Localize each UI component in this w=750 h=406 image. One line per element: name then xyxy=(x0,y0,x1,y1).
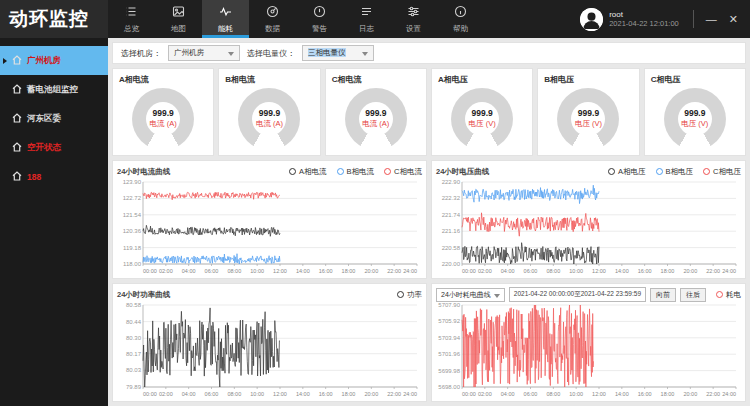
svg-text:121.54: 121.54 xyxy=(123,212,142,218)
chart-grid: 24小时电流曲线 A相电流B相电流C相电流 123.90122.72121.54… xyxy=(112,160,746,402)
svg-text:20:00: 20:00 xyxy=(364,268,378,274)
gauge-dial: 999.9 电压 (V) xyxy=(664,88,726,150)
user-account[interactable]: root 2021-04-22 12:01:00 xyxy=(580,0,689,38)
legend-item[interactable]: A相电压 xyxy=(608,167,646,177)
chart-legend: 功率 xyxy=(397,290,422,300)
gauge-card-phase-c-voltage: C相电压 999.9 电压 (V) xyxy=(644,68,746,156)
svg-text:16:00: 16:00 xyxy=(319,391,333,397)
svg-text:08:00: 08:00 xyxy=(227,268,241,274)
svg-text:24:00: 24:00 xyxy=(403,268,417,274)
legend-marker-icon xyxy=(608,168,615,175)
gauge-row: A相电流 999.9 电流 (A) B相电流 999.9 电流 (A) xyxy=(112,68,746,156)
svg-text:80.30: 80.30 xyxy=(126,335,142,341)
chart-plot-area: 222.90222.32221.74221.16220.58220.0000:0… xyxy=(436,179,741,275)
series-line xyxy=(462,185,599,203)
nav-item-energy[interactable]: 能耗 xyxy=(202,0,249,38)
svg-text:00:00: 00:00 xyxy=(143,391,157,397)
nav-item-alerts[interactable]: 警告 xyxy=(296,0,343,38)
chart-card-voltage: 24小时电压曲线 A相电压B相电压C相电压 222.90222.32221.74… xyxy=(431,160,746,279)
chart-canvas: 123.90122.72121.54120.36119.18118.0000:0… xyxy=(117,179,422,275)
svg-text:20:00: 20:00 xyxy=(364,391,378,397)
chart-canvas: 222.90222.32221.74221.16220.58220.0000:0… xyxy=(436,179,741,275)
chart-title: 24小时电流曲线 xyxy=(117,167,170,177)
svg-text:18:00: 18:00 xyxy=(342,391,356,397)
nav-item-logs[interactable]: 日志 xyxy=(343,0,390,38)
next-button[interactable]: 往后 xyxy=(680,288,706,302)
svg-text:119.18: 119.18 xyxy=(123,245,142,251)
svg-text:18:00: 18:00 xyxy=(342,268,356,274)
minimize-button[interactable]: — xyxy=(706,14,717,25)
home-icon xyxy=(12,84,22,96)
svg-text:222.90: 222.90 xyxy=(442,179,461,185)
legend-item[interactable]: C相电流 xyxy=(384,167,422,177)
room-select-label: 选择机房： xyxy=(121,48,161,59)
prev-button[interactable]: 向前 xyxy=(650,288,676,302)
sidebar-item-battery-monitor[interactable]: 蓄电池组监控 xyxy=(0,75,108,104)
log-icon xyxy=(360,4,373,22)
app-window: 动环监控 总览 地图 能耗 数据 警告 xyxy=(0,0,750,406)
svg-text:10:00: 10:00 xyxy=(569,391,583,397)
legend-item[interactable]: B相电流 xyxy=(337,167,375,177)
legend-marker-icon xyxy=(716,291,723,298)
gauge-dial: 999.9 电流 (A) xyxy=(238,88,300,150)
svg-text:12:00: 12:00 xyxy=(592,268,606,274)
chart-plot-area: 80.5880.4480.3080.1780.0379.8900:0002:00… xyxy=(117,302,422,398)
gauge-unit: 电压 (V) xyxy=(557,119,619,129)
legend-item[interactable]: C相电压 xyxy=(703,167,741,177)
settings-sliders-icon xyxy=(407,4,420,22)
svg-text:5699.98: 5699.98 xyxy=(438,368,460,374)
sidebar-item-188[interactable]: 188 xyxy=(0,162,108,191)
legend-marker-icon xyxy=(289,168,296,175)
user-avatar-icon xyxy=(580,8,603,31)
window-controls-divider xyxy=(693,10,694,28)
date-range-input[interactable]: 2021-04-22 00:00:00至2021-04-22 23:59:59 xyxy=(509,287,646,302)
svg-text:79.89: 79.89 xyxy=(126,384,142,390)
svg-text:20:00: 20:00 xyxy=(683,268,697,274)
svg-text:06:00: 06:00 xyxy=(205,391,219,397)
alert-icon xyxy=(313,4,326,22)
nav-item-help[interactable]: 帮助 xyxy=(437,0,484,38)
sidebar-item-hedong-district[interactable]: 河东区委 xyxy=(0,104,108,133)
series-line xyxy=(143,225,280,236)
legend-marker-icon xyxy=(703,168,710,175)
legend-item[interactable]: 耗电 xyxy=(716,290,741,300)
svg-text:16:00: 16:00 xyxy=(638,268,652,274)
nav-item-data[interactable]: 数据 xyxy=(249,0,296,38)
svg-text:22:00: 22:00 xyxy=(387,268,401,274)
svg-text:5703.94: 5703.94 xyxy=(438,335,460,341)
chart-card-current: 24小时电流曲线 A相电流B相电流C相电流 123.90122.72121.54… xyxy=(112,160,427,279)
svg-text:08:00: 08:00 xyxy=(546,268,560,274)
svg-text:10:00: 10:00 xyxy=(250,268,264,274)
svg-text:120.36: 120.36 xyxy=(123,228,142,234)
gauge-card-phase-b-current: B相电流 999.9 电流 (A) xyxy=(218,68,320,156)
sidebar-item-guangzhou-room[interactable]: 广州机房 xyxy=(0,46,108,75)
svg-text:220.58: 220.58 xyxy=(442,245,461,251)
svg-text:00:00: 00:00 xyxy=(462,268,476,274)
legend-item[interactable]: A相电流 xyxy=(289,167,327,177)
meter-select[interactable]: 三相电量仪 xyxy=(302,45,374,61)
nav-item-map[interactable]: 地图 xyxy=(155,0,202,38)
svg-text:02:00: 02:00 xyxy=(159,268,173,274)
user-name: root xyxy=(609,10,679,19)
nav-item-settings[interactable]: 设置 xyxy=(390,0,437,38)
legend-item[interactable]: B相电压 xyxy=(656,167,694,177)
gauge-value: 999.9 xyxy=(238,108,300,118)
chart-plot-area: 5707.905705.925703.945701.965699.985698.… xyxy=(436,302,741,398)
svg-text:00:00: 00:00 xyxy=(143,268,157,274)
room-select[interactable]: 广州机房 xyxy=(168,45,240,61)
nav-item-overview[interactable]: 总览 xyxy=(108,0,155,38)
svg-text:06:00: 06:00 xyxy=(524,391,538,397)
svg-text:16:00: 16:00 xyxy=(319,268,333,274)
svg-text:22:00: 22:00 xyxy=(706,268,720,274)
close-button[interactable]: ✕ xyxy=(729,14,738,25)
gauge-dial: 999.9 电压 (V) xyxy=(451,88,513,150)
svg-text:02:00: 02:00 xyxy=(478,391,492,397)
consumption-curve-select[interactable]: 24小时耗电曲线 xyxy=(436,288,505,302)
svg-text:80.44: 80.44 xyxy=(126,319,142,325)
legend-item[interactable]: 功率 xyxy=(397,290,422,300)
chart-legend: A相电压B相电压C相电压 xyxy=(608,167,741,177)
svg-text:14:00: 14:00 xyxy=(296,268,310,274)
sidebar-item-breaker-status[interactable]: 空开状态 xyxy=(0,133,108,162)
svg-text:04:00: 04:00 xyxy=(182,268,196,274)
svg-text:00:00: 00:00 xyxy=(462,391,476,397)
